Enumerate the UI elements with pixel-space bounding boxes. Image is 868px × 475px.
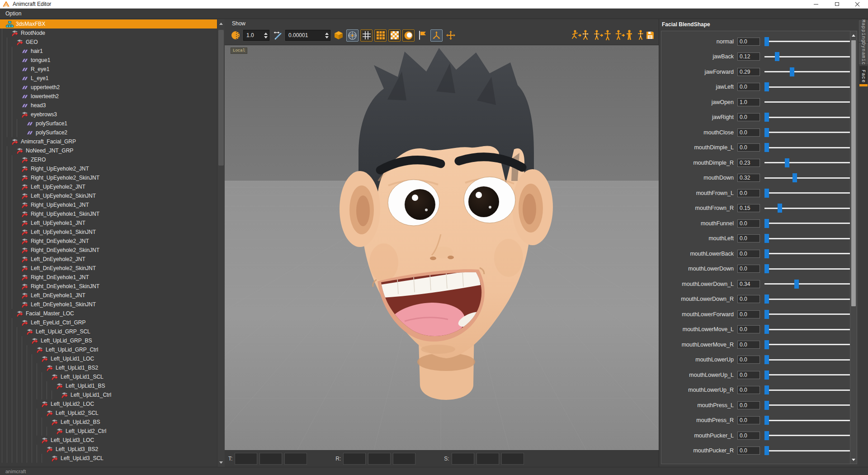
blendshape-value-field[interactable]: 0.0 bbox=[737, 83, 760, 91]
expander-icon[interactable] bbox=[30, 347, 35, 352]
tree-node-upperteeth2[interactable]: upperteeth2 bbox=[0, 83, 217, 92]
tree-node-Left_EyeLid_Ctrl_GRP[interactable]: Left_EyeLid_Ctrl_GRP bbox=[0, 318, 217, 327]
tree-node-Animcraft_Facial_GRP[interactable]: Animcraft_Facial_GRP bbox=[0, 137, 217, 146]
tree-node-head3[interactable]: head3 bbox=[0, 101, 217, 110]
tree-node-Facial_Master_LOC[interactable]: Facial_Master_LOC bbox=[0, 309, 217, 318]
expander-icon[interactable] bbox=[0, 22, 5, 27]
blendshape-slider[interactable] bbox=[764, 279, 857, 290]
display-value-spinbox[interactable]: 1.0 bbox=[243, 30, 269, 41]
slider-track[interactable] bbox=[764, 283, 857, 285]
slider-track[interactable] bbox=[764, 314, 857, 315]
retarget-anim-to-skeleton-icon[interactable] bbox=[571, 28, 591, 42]
expander-icon[interactable] bbox=[40, 447, 45, 452]
tree-node-polySurface2[interactable]: polySurface2 bbox=[0, 128, 217, 137]
blendshape-slider[interactable] bbox=[764, 218, 857, 229]
tree-node-Left_UpLid1_BS[interactable]: Left_UpLid1_BS bbox=[0, 381, 217, 390]
tree-node-R_eye1[interactable]: R_eye1 bbox=[0, 65, 217, 74]
retarget-tpose-to-model-icon[interactable] bbox=[614, 28, 634, 42]
expander-icon[interactable] bbox=[25, 338, 30, 343]
slider-handle[interactable] bbox=[764, 370, 769, 380]
slider-track[interactable] bbox=[764, 268, 857, 270]
retarget-skeleton-to-tpose-icon[interactable] bbox=[593, 28, 613, 42]
slider-handle[interactable] bbox=[764, 128, 769, 137]
slider-track[interactable] bbox=[764, 86, 857, 88]
tree-node-Right_DnEyehole1_SkinJNT[interactable]: Right_DnEyehole1_SkinJNT bbox=[0, 282, 217, 291]
blendshape-value-field[interactable]: 0.0 bbox=[737, 143, 760, 152]
slider-handle[interactable] bbox=[764, 113, 769, 122]
expander-icon[interactable] bbox=[5, 139, 10, 144]
blendshape-value-field[interactable]: 0.32 bbox=[737, 174, 760, 182]
blendshape-value-field[interactable]: 0.0 bbox=[737, 265, 760, 273]
blendshape-scroll-thumb[interactable] bbox=[851, 40, 856, 306]
slider-track[interactable] bbox=[764, 450, 857, 451]
wireframe-sphere-button[interactable] bbox=[346, 29, 359, 42]
blendshape-value-field[interactable]: 0.0 bbox=[737, 128, 760, 137]
expander-icon[interactable] bbox=[40, 411, 45, 416]
expander-icon[interactable] bbox=[10, 148, 15, 153]
expander-icon[interactable] bbox=[45, 420, 50, 425]
slider-track[interactable] bbox=[764, 101, 857, 103]
slider-handle[interactable] bbox=[764, 355, 769, 364]
tree-node-tongue1[interactable]: tongue1 bbox=[0, 56, 217, 65]
brush-tool-icon[interactable] bbox=[271, 29, 283, 42]
scale-z-field[interactable] bbox=[501, 453, 524, 465]
translate-z-field[interactable] bbox=[284, 453, 307, 465]
blendshape-value-field[interactable]: 0.15 bbox=[737, 204, 760, 212]
slider-handle[interactable] bbox=[764, 234, 769, 243]
blendshape-value-field[interactable]: 0.0 bbox=[737, 38, 760, 46]
blendshape-value-field[interactable]: 0.0 bbox=[737, 310, 760, 318]
tree-node-Right_UpEyehole1_JNT[interactable]: Right_UpEyehole1_JNT bbox=[0, 200, 217, 209]
blendshape-slider[interactable] bbox=[764, 112, 857, 123]
expander-icon[interactable] bbox=[5, 31, 10, 36]
tree-node-Left_UpLid2_BS[interactable]: Left_UpLid2_BS bbox=[0, 418, 217, 427]
blendshape-value-field[interactable]: 0.0 bbox=[737, 219, 760, 228]
close-button[interactable] bbox=[847, 0, 868, 8]
slider-track[interactable] bbox=[764, 132, 857, 133]
blendshape-value-field[interactable]: 0.0 bbox=[737, 250, 760, 258]
slider-handle[interactable] bbox=[764, 431, 769, 440]
rotate-z-field[interactable] bbox=[393, 453, 415, 465]
expander-icon[interactable] bbox=[10, 311, 15, 316]
slider-handle[interactable] bbox=[790, 67, 794, 76]
slider-handle[interactable] bbox=[764, 385, 769, 394]
dock-tab-face[interactable]: Face bbox=[859, 66, 868, 87]
scale-y-field[interactable] bbox=[476, 453, 499, 465]
scroll-up-icon[interactable] bbox=[217, 20, 225, 27]
tree-node-Left_UpLid1_BS2[interactable]: Left_UpLid1_BS2 bbox=[0, 363, 217, 372]
blendshape-slider[interactable] bbox=[764, 97, 857, 108]
blendshape-value-field[interactable]: 0.0 bbox=[737, 113, 760, 121]
precision-value-spinbox[interactable]: 0.00001 bbox=[285, 30, 330, 41]
expander-icon[interactable] bbox=[15, 112, 20, 117]
grid-lines-button[interactable] bbox=[360, 29, 373, 42]
slider-track[interactable] bbox=[764, 374, 857, 375]
blendshape-slider[interactable] bbox=[764, 309, 857, 320]
blendshape-slider[interactable] bbox=[764, 445, 857, 456]
blendshape-value-field[interactable]: 0.0 bbox=[737, 432, 760, 440]
minimize-button[interactable] bbox=[806, 0, 826, 8]
slider-handle[interactable] bbox=[764, 310, 769, 319]
slider-handle[interactable] bbox=[764, 401, 769, 410]
coordinate-mode-badge[interactable]: Local bbox=[231, 48, 247, 54]
tree-node-Right_DnEyehole2_JNT[interactable]: Right_DnEyehole2_JNT bbox=[0, 237, 217, 246]
blendshape-value-field[interactable]: 0.0 bbox=[737, 295, 760, 303]
slider-handle[interactable] bbox=[764, 82, 769, 91]
slider-track[interactable] bbox=[764, 238, 857, 239]
maximize-button[interactable] bbox=[826, 0, 847, 8]
slider-track[interactable] bbox=[764, 223, 857, 224]
blendshape-slider[interactable] bbox=[764, 188, 857, 199]
tree-node-Left_UpEyehole2_JNT[interactable]: Left_UpEyehole2_JNT bbox=[0, 182, 217, 191]
slider-track[interactable] bbox=[764, 192, 857, 194]
expander-icon[interactable] bbox=[35, 402, 40, 407]
slider-track[interactable] bbox=[764, 299, 857, 300]
blendshape-slider[interactable] bbox=[764, 354, 857, 365]
scroll-up-icon[interactable] bbox=[850, 32, 857, 39]
tree-node-Right_UpEyehole2_JNT[interactable]: Right_UpEyehole2_JNT bbox=[0, 164, 217, 173]
slider-handle[interactable] bbox=[764, 416, 769, 425]
tree-node-Left_UpLid_GRP_SCL[interactable]: Left_UpLid_GRP_SCL bbox=[0, 327, 217, 336]
tree-node-hair1[interactable]: hair1 bbox=[0, 47, 217, 56]
slider-handle[interactable] bbox=[764, 249, 769, 258]
blendshape-slider[interactable] bbox=[764, 294, 857, 304]
dock-tab-dynamic[interactable]: Dynamic bbox=[859, 43, 868, 64]
blendshape-slider[interactable] bbox=[764, 203, 857, 214]
tree-node-polySurface1[interactable]: polySurface1 bbox=[0, 119, 217, 128]
